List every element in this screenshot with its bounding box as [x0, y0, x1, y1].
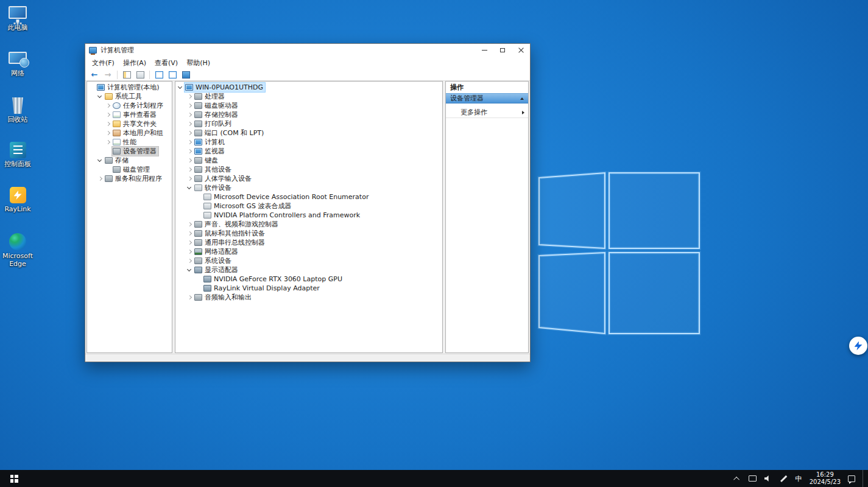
tray-pen-button[interactable] — [779, 470, 788, 487]
desktop-icon-recycle-bin[interactable]: 回收站 — [0, 97, 35, 124]
tree-item[interactable]: 处理器 — [175, 92, 442, 101]
expand-closed-icon[interactable] — [186, 165, 194, 174]
tree-item[interactable]: 声音、视频和游戏控制器 — [175, 220, 442, 229]
tree-item[interactable]: 计算机 — [175, 138, 442, 147]
taskbar-clock[interactable]: 16:29 2024/5/23 — [810, 471, 841, 486]
expand-closed-icon[interactable] — [186, 101, 194, 110]
expand-closed-icon[interactable] — [104, 101, 112, 110]
menu-item[interactable]: 帮助(H) — [182, 57, 214, 69]
tree-item[interactable]: 音频输入和输出 — [175, 293, 442, 302]
tree-item[interactable]: 任务计划程序 — [87, 101, 172, 110]
tree-item[interactable]: 键盘 — [175, 156, 442, 165]
expand-closed-icon[interactable] — [186, 256, 194, 265]
actions-section-device-manager[interactable]: 设备管理器 — [446, 93, 528, 103]
show-hide-console-tree-button[interactable] — [121, 69, 133, 80]
tree-item[interactable]: RayLink Virtual Display Adapter — [175, 284, 442, 293]
expand-closed-icon[interactable] — [104, 128, 112, 138]
tree-item[interactable]: 本地用户和组 — [87, 128, 172, 138]
expand-open-icon[interactable] — [186, 183, 194, 192]
tree-item[interactable]: 软件设备 — [175, 183, 442, 192]
tree-item[interactable]: 性能 — [87, 138, 172, 147]
expand-closed-icon[interactable] — [186, 119, 194, 128]
tree-item[interactable]: 存储控制器 — [175, 110, 442, 119]
tree-item[interactable]: 通用串行总线控制器 — [175, 238, 442, 247]
forward-button[interactable] — [102, 69, 114, 80]
monitor-icon — [182, 71, 190, 79]
desktop-icon-edge[interactable]: Microsoft Edge — [0, 233, 35, 268]
expand-closed-icon[interactable] — [186, 293, 194, 302]
tree-item[interactable]: 事件查看器 — [87, 110, 172, 119]
minimize-button[interactable] — [475, 44, 493, 57]
expand-open-icon[interactable] — [177, 83, 185, 92]
tree-item[interactable]: 鼠标和其他指针设备 — [175, 229, 442, 238]
expand-closed-icon[interactable] — [186, 138, 194, 147]
start-button[interactable] — [0, 470, 28, 487]
menu-item[interactable]: 操作(A) — [119, 57, 150, 69]
properties-button[interactable] — [134, 69, 146, 80]
tree-item[interactable]: 磁盘管理 — [87, 165, 172, 174]
expand-closed-icon[interactable] — [104, 119, 112, 128]
expand-closed-icon[interactable] — [104, 138, 112, 147]
desktop-icon-control-panel[interactable]: 控制面板 — [0, 142, 35, 168]
tree-item[interactable]: 打印队列 — [175, 119, 442, 128]
expand-closed-icon[interactable] — [186, 110, 194, 119]
tree-item[interactable]: NVIDIA Platform Controllers and Framewor… — [175, 211, 442, 220]
desktop-icon-label: 网络 — [0, 69, 35, 77]
tree-item[interactable]: WIN-0PUAO1UTHDG — [175, 83, 442, 92]
tray-display-button[interactable] — [749, 470, 757, 487]
close-button[interactable] — [512, 44, 530, 57]
expand-closed-icon[interactable] — [186, 128, 194, 138]
tree-item[interactable]: 系统工具 — [87, 92, 172, 101]
tree-item[interactable]: 计算机管理(本地) — [87, 83, 172, 92]
desktop-icon-raylink[interactable]: RayLink — [0, 187, 35, 213]
tree-item[interactable]: NVIDIA GeForce RTX 3060 Laptop GPU — [175, 275, 442, 284]
tree-item[interactable]: 端口 (COM 和 LPT) — [175, 128, 442, 138]
tree-item[interactable]: 网络适配器 — [175, 247, 442, 256]
tree-item[interactable]: 共享文件夹 — [87, 119, 172, 128]
expand-closed-icon[interactable] — [186, 156, 194, 165]
back-button[interactable] — [88, 69, 101, 80]
tree-item[interactable]: 监视器 — [175, 147, 442, 156]
export-list-button[interactable] — [153, 69, 165, 80]
desktop-icon-this-pc[interactable]: 此电脑 — [0, 6, 35, 32]
expand-closed-icon[interactable] — [186, 220, 194, 229]
collapse-icon[interactable] — [520, 97, 524, 100]
tree-item[interactable]: 磁盘驱动器 — [175, 101, 442, 110]
expand-open-icon[interactable] — [96, 92, 104, 101]
title-bar[interactable]: 计算机管理 — [85, 44, 530, 57]
tree-item[interactable]: 服务和应用程序 — [87, 174, 172, 183]
tree-item[interactable]: Microsoft GS 波表合成器 — [175, 201, 442, 211]
tree-item[interactable]: 存储 — [87, 156, 172, 165]
tree-item[interactable]: Microsoft Device Association Root Enumer… — [175, 192, 442, 201]
show-desktop-button[interactable] — [863, 470, 866, 487]
tree-item[interactable]: 其他设备 — [175, 165, 442, 174]
expand-closed-icon[interactable] — [186, 92, 194, 101]
expand-closed-icon[interactable] — [104, 110, 112, 119]
tree-item[interactable]: 设备管理器 — [87, 147, 172, 156]
expand-closed-icon[interactable] — [96, 174, 104, 183]
raylink-floating-button[interactable] — [849, 337, 867, 355]
tree-item[interactable]: 人体学输入设备 — [175, 174, 442, 183]
tray-expand-button[interactable] — [733, 470, 742, 487]
menu-item[interactable]: 文件(F) — [88, 57, 119, 69]
expand-open-icon[interactable] — [186, 265, 194, 275]
more-actions-item[interactable]: 更多操作 — [446, 107, 528, 118]
expand-closed-icon[interactable] — [186, 147, 194, 156]
ime-indicator[interactable]: 中 — [794, 470, 803, 487]
minimize-icon — [482, 50, 487, 51]
scan-hardware-button[interactable] — [180, 69, 192, 80]
desktop-icon-network[interactable]: 网络 — [0, 52, 35, 77]
help-button[interactable] — [166, 69, 178, 80]
tray-volume-button[interactable] — [764, 470, 772, 487]
expand-closed-icon[interactable] — [186, 238, 194, 247]
action-center-button[interactable] — [847, 470, 856, 487]
expand-closed-icon[interactable] — [186, 174, 194, 183]
menu-item[interactable]: 查看(V) — [150, 57, 182, 69]
tree-item[interactable]: 系统设备 — [175, 256, 442, 265]
expand-closed-icon[interactable] — [186, 229, 194, 238]
raylink-icon — [10, 187, 26, 203]
tree-item[interactable]: 显示适配器 — [175, 265, 442, 275]
maximize-button[interactable] — [493, 44, 512, 57]
expand-closed-icon[interactable] — [186, 247, 194, 256]
expand-open-icon[interactable] — [96, 156, 104, 165]
